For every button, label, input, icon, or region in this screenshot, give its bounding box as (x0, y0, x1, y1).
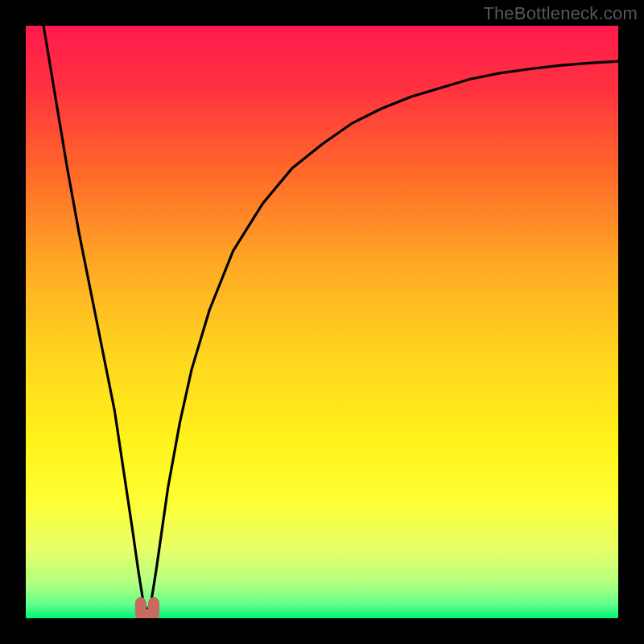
chart-frame: TheBottleneck.com (0, 0, 644, 644)
gradient-background (26, 26, 618, 618)
plot-area (26, 26, 618, 618)
chart-svg (26, 26, 618, 618)
watermark-label: TheBottleneck.com (483, 3, 638, 24)
